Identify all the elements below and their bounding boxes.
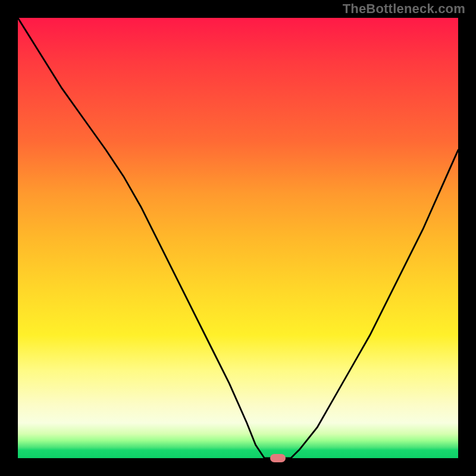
plot-area [18, 18, 458, 458]
bottleneck-curve [18, 18, 458, 458]
optimal-point-marker [270, 454, 286, 462]
watermark-text: TheBottleneck.com [343, 1, 465, 17]
chart-container: TheBottleneck.com [0, 0, 476, 476]
